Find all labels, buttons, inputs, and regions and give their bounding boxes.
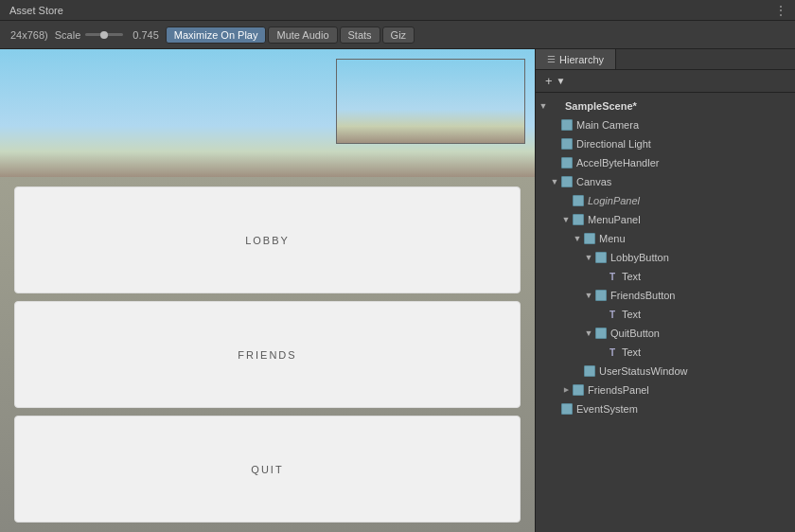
cube-icon: [572, 194, 585, 207]
cube-icon: [560, 137, 574, 151]
text-icon: T: [606, 346, 619, 359]
resolution-label: 24x768): [6, 27, 53, 43]
tree-item-quitbtn[interactable]: ▼QuitButton: [536, 324, 795, 343]
expand-arrow[interactable]: ▼: [560, 215, 572, 224]
expand-arrow[interactable]: ▼: [583, 328, 594, 338]
hierarchy-tab-icon: ☰: [547, 54, 556, 64]
cube-icon: [583, 364, 596, 378]
cube-icon: [560, 156, 574, 169]
tree-item-userstatuswindow[interactable]: ▼UserStatusWindow: [536, 362, 795, 381]
scene-icon: [549, 99, 562, 113]
hierarchy-panel: ☰ Hierarchy + ▼ ▼SampleScene*▼Main Camer…: [535, 49, 795, 532]
tree-item-loginpanel[interactable]: ▼LoginPanel: [536, 191, 795, 210]
tree-item-canvas[interactable]: ▼Canvas: [536, 172, 795, 191]
hierarchy-tab-label: Hierarchy: [559, 54, 604, 65]
ui-panel-button-lobby[interactable]: LOBBY: [14, 186, 521, 293]
collapse-arrow[interactable]: ▼: [561, 384, 571, 396]
tree-label-menu: Menu: [599, 233, 626, 244]
ui-panel-button-quit[interactable]: QUIT: [14, 416, 521, 523]
tree-item-friendsbtn[interactable]: ▼FriendsButton: [536, 286, 795, 305]
scene-preview: [336, 59, 525, 144]
tree-label-quitbtn-text: Text: [622, 346, 641, 358]
tree-item-lobbybtn[interactable]: ▼LobbyButton: [536, 248, 795, 267]
game-view: LOBBYFRIENDSQUIT: [0, 49, 535, 532]
toolbar: 24x768) Scale 0.745 Maximize On Play Mut…: [0, 21, 795, 49]
ui-panel-label: FRIENDS: [238, 349, 296, 361]
tree-item-menupanel[interactable]: ▼MenuPanel: [536, 210, 795, 229]
cube-icon: [594, 251, 608, 264]
cube-icon: [583, 232, 596, 245]
hierarchy-tree: ▼SampleScene*▼Main Camera▼Directional Li…: [536, 93, 795, 532]
text-icon: T: [606, 270, 619, 283]
tree-item-samplescene[interactable]: ▼SampleScene*: [536, 97, 795, 115]
tree-label-userstatuswindow: UserStatusWindow: [599, 365, 688, 377]
tree-item-lobbybtn-text[interactable]: ▼TText: [536, 267, 795, 286]
tree-label-samplescene: SampleScene*: [565, 100, 637, 112]
mute-audio-button[interactable]: Mute Audio: [268, 27, 337, 44]
scale-slider-thumb: [100, 31, 108, 39]
scene-expand-arrow[interactable]: ▼: [538, 101, 549, 111]
tree-item-maincamera[interactable]: ▼Main Camera: [536, 115, 795, 134]
top-bar: Asset Store ⋮: [0, 0, 795, 21]
tree-label-loginpanel: LoginPanel: [588, 195, 640, 206]
expand-arrow[interactable]: ▼: [572, 234, 583, 243]
ui-panel-label: QUIT: [251, 464, 283, 475]
text-icon: T: [606, 308, 619, 321]
scene-background: [0, 49, 535, 177]
giz-button[interactable]: Giz: [382, 27, 415, 44]
cube-icon: [594, 327, 608, 340]
asset-store-title: Asset Store: [0, 5, 73, 16]
tree-label-eventsystem: EventSystem: [576, 403, 638, 415]
tree-label-friendspanel: FriendsPanel: [588, 384, 649, 396]
hierarchy-toolbar: + ▼: [536, 70, 795, 93]
tree-item-friendsbtn-text[interactable]: ▼TText: [536, 305, 795, 324]
tree-label-lobbybtn-text: Text: [622, 271, 641, 282]
expand-arrow[interactable]: ▼: [583, 253, 594, 262]
tree-item-eventsystem[interactable]: ▼EventSystem: [536, 399, 795, 418]
tree-label-canvas: Canvas: [576, 176, 611, 187]
tree-label-accelhandler: AccelByteHandler: [576, 157, 659, 168]
main-area: LOBBYFRIENDSQUIT ☰ Hierarchy + ▼ ▼Sample…: [0, 49, 795, 532]
tree-item-dirlight[interactable]: ▼Directional Light: [536, 134, 795, 153]
hierarchy-tab[interactable]: ☰ Hierarchy: [536, 49, 616, 69]
tree-label-quitbtn: QuitButton: [610, 328, 660, 339]
hierarchy-header: ☰ Hierarchy: [536, 49, 795, 70]
cube-icon: [560, 402, 574, 416]
tree-label-friendsbtn: FriendsButton: [610, 290, 675, 301]
tree-label-maincamera: Main Camera: [576, 119, 639, 131]
tree-label-friendsbtn-text: Text: [622, 309, 641, 320]
tree-item-menu[interactable]: ▼Menu: [536, 229, 795, 248]
tree-label-dirlight: Directional Light: [576, 138, 651, 150]
scale-slider[interactable]: [85, 33, 123, 36]
ui-panel-label: LOBBY: [245, 235, 290, 246]
expand-arrow[interactable]: ▼: [583, 291, 594, 300]
tree-item-friendspanel[interactable]: ▼FriendsPanel: [536, 381, 795, 399]
ui-panel-button-friends[interactable]: FRIENDS: [14, 301, 521, 408]
tree-item-quitbtn-text[interactable]: ▼TText: [536, 343, 795, 362]
tree-item-accelhandler[interactable]: ▼AccelByteHandler: [536, 153, 795, 172]
cube-icon: [572, 213, 585, 226]
stats-button[interactable]: Stats: [340, 27, 380, 44]
hierarchy-add-button[interactable]: +: [541, 74, 556, 88]
ui-panels: LOBBYFRIENDSQUIT: [0, 177, 535, 532]
hierarchy-dropdown-icon[interactable]: ▼: [556, 76, 566, 86]
tree-label-lobbybtn: LobbyButton: [610, 252, 669, 263]
scale-label: Scale: [55, 29, 81, 41]
tree-label-menupanel: MenuPanel: [588, 214, 641, 225]
cube-icon: [572, 383, 585, 397]
cube-icon: [560, 175, 574, 188]
cube-icon: [560, 118, 574, 132]
maximize-on-play-button[interactable]: Maximize On Play: [166, 27, 267, 44]
expand-arrow[interactable]: ▼: [549, 177, 560, 186]
top-bar-menu-icon[interactable]: ⋮: [767, 3, 795, 18]
cube-icon: [594, 289, 608, 302]
scale-value: 0.745: [128, 27, 164, 43]
